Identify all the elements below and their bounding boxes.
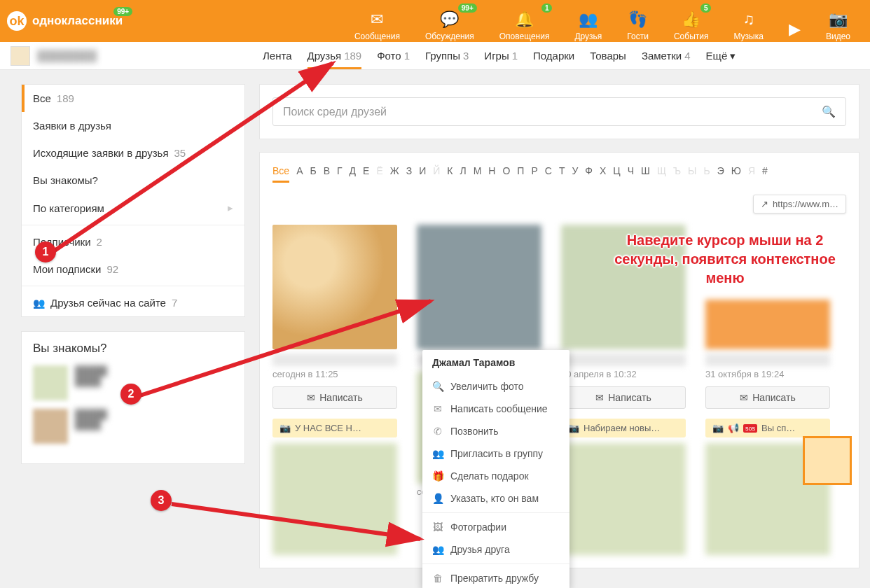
camera-icon: 📷: [568, 423, 579, 433]
alpha-letter[interactable]: Ф: [585, 165, 593, 183]
top-nav-Оповещения[interactable]: 🔔Оповещения1: [487, 1, 562, 41]
sidebar-item[interactable]: Мои подписки 92: [22, 255, 244, 283]
alpha-letter[interactable]: Ч: [628, 165, 634, 183]
sos-badge: sos: [743, 424, 757, 433]
friend-card[interactable]: сегодня в 11:25✉Написать📷У НАС ВСЕ Н…: [272, 225, 397, 555]
alpha-letter[interactable]: О: [502, 165, 510, 183]
top-nav-Видео[interactable]: 📷Видео: [813, 1, 863, 41]
alpha-letter: Я: [748, 165, 755, 183]
menu-item-icon: 🖼: [432, 522, 443, 533]
alpha-letter[interactable]: К: [447, 165, 453, 183]
alpha-letter[interactable]: Д: [350, 165, 356, 183]
menu-item-icon: 🎁: [432, 470, 443, 482]
context-menu-item[interactable]: 🔍Увеличить фото: [422, 375, 569, 398]
write-button[interactable]: ✉Написать: [561, 386, 686, 409]
friend-photo[interactable]: [272, 225, 397, 349]
alpha-letter[interactable]: В: [324, 165, 330, 183]
tab-Подарки[interactable]: Подарки: [533, 43, 574, 69]
context-menu-item[interactable]: 👥Пригласить в группу: [422, 442, 569, 465]
sidebar-item[interactable]: Вы знакомы?: [22, 167, 244, 194]
top-nav-Сообщения[interactable]: ✉Сообщения: [342, 1, 413, 41]
alpha-letter[interactable]: Л: [460, 165, 466, 183]
context-menu-item[interactable]: ✆Позвонить: [422, 420, 569, 442]
friend-photo-2[interactable]: [272, 443, 397, 555]
nav-label: События: [674, 31, 709, 41]
sub-header: ████████ ЛентаДрузья189Фото1Группы3Игры1…: [0, 42, 870, 70]
top-nav-Музыка[interactable]: ♫Музыка: [721, 1, 775, 41]
friend-date: сегодня в 11:25: [272, 369, 397, 379]
alpha-letter[interactable]: Ц: [613, 165, 620, 183]
write-button[interactable]: ✉Написать: [705, 386, 830, 409]
profile-mini[interactable]: ████████: [11, 46, 263, 66]
context-menu-item[interactable]: 🗑Прекратить дружбу: [422, 567, 569, 588]
alpha-letter[interactable]: Ю: [731, 165, 741, 183]
avatar: [11, 46, 30, 66]
tab-Ещё ▾[interactable]: Ещё ▾: [706, 43, 736, 69]
sidebar-item[interactable]: Все 189: [22, 85, 244, 112]
alpha-letter[interactable]: Ш: [641, 165, 650, 183]
menu-item-icon: 👤: [432, 493, 443, 504]
top-nav-События[interactable]: 👍События5: [661, 1, 721, 41]
context-menu-item[interactable]: 🎁Сделать подарок: [422, 465, 569, 487]
friend-status[interactable]: 📷У НАС ВСЕ Н…: [272, 419, 397, 438]
context-menu-item[interactable]: 👥Друзья друга: [422, 538, 569, 561]
tab-Заметки[interactable]: Заметки4: [642, 43, 691, 69]
alpha-letter[interactable]: Х: [600, 165, 606, 183]
top-nav-item[interactable]: ▶: [776, 1, 813, 41]
alpha-letter[interactable]: Н: [488, 165, 495, 183]
friend-status[interactable]: 📷📢sosВы сп…: [705, 419, 830, 438]
alphabet-filter: ВсеАБВГДЕЁЖЗИЙКЛМНОПРСТУФХЦЧШЩЪЫЬЭЮЯ#: [272, 165, 846, 183]
top-header: ok одноклассники 99+ ✉Сообщения💬Обсужден…: [0, 0, 870, 42]
alpha-letter[interactable]: У: [572, 165, 578, 183]
tab-Лента[interactable]: Лента: [263, 43, 292, 69]
top-nav-Обсуждения[interactable]: 💬Обсуждения99+: [413, 1, 487, 41]
friend-photo-2[interactable]: [561, 443, 686, 555]
alpha-letter[interactable]: А: [296, 165, 303, 183]
menu-item-icon: 🔍: [432, 381, 443, 392]
camera-icon: 📷: [712, 423, 724, 433]
friends-search-input[interactable]: Поиск среди друзей 🔍: [272, 97, 846, 126]
context-menu-item[interactable]: 👤Указать, кто он вам: [422, 487, 569, 510]
sidebar-item[interactable]: По категориям▸: [22, 194, 244, 222]
logo-badge: 99+: [113, 7, 132, 16]
nav-icon: 💬: [440, 10, 459, 29]
nav-icon: 👍: [682, 10, 700, 29]
context-menu-item[interactable]: 🖼Фотографии: [422, 516, 569, 538]
sidebar-online-friends[interactable]: 👥 Друзья сейчас на сайте 7: [22, 289, 244, 316]
alpha-letter[interactable]: П: [517, 165, 524, 183]
alpha-letter[interactable]: Р: [531, 165, 537, 183]
alpha-letter: Щ: [657, 165, 666, 183]
tab-Фото[interactable]: Фото1: [377, 43, 410, 69]
alpha-letter[interactable]: Все: [272, 165, 289, 183]
alpha-letter[interactable]: З: [406, 165, 412, 183]
friend-status[interactable]: 📷Набираем новы…: [561, 419, 686, 438]
alpha-letter[interactable]: Э: [717, 165, 724, 183]
context-menu-item[interactable]: ✉Написать сообщение: [422, 398, 569, 420]
nav-icon: ✉: [371, 10, 383, 29]
site-logo[interactable]: ok одноклассники 99+: [7, 11, 123, 31]
friend-date: 31 октября в 19:24: [705, 369, 830, 379]
url-preview-chip[interactable]: ↗ https://www.m…: [753, 195, 846, 214]
alpha-letter[interactable]: Е: [363, 165, 369, 183]
alpha-letter[interactable]: И: [419, 165, 426, 183]
suggestion-item[interactable]: █████████: [33, 409, 233, 444]
write-button[interactable]: ✉Написать: [272, 386, 397, 409]
alpha-letter[interactable]: Г: [337, 165, 343, 183]
tab-Друзья[interactable]: Друзья189: [308, 43, 362, 69]
alpha-letter[interactable]: Б: [310, 165, 316, 183]
tab-Группы[interactable]: Группы3: [425, 43, 469, 69]
section-tabs: ЛентаДрузья189Фото1Группы3Игры1ПодаркиТо…: [263, 43, 736, 69]
sidebar-item[interactable]: Исходящие заявки в друзья 35: [22, 139, 244, 167]
alpha-letter[interactable]: М: [474, 165, 482, 183]
alpha-letter[interactable]: Т: [559, 165, 565, 183]
sidebar-filters: Все 189Заявки в друзьяИсходящие заявки в…: [21, 84, 245, 317]
alpha-letter[interactable]: #: [762, 165, 768, 183]
alpha-letter[interactable]: Ж: [390, 165, 399, 183]
friend-photo[interactable]: [417, 225, 541, 349]
top-nav-Друзья[interactable]: 👥Друзья: [562, 1, 614, 41]
top-nav-Гости[interactable]: 👣Гости: [614, 1, 661, 41]
tab-Товары[interactable]: Товары: [590, 43, 626, 69]
tab-Игры[interactable]: Игры1: [484, 43, 518, 69]
alpha-letter[interactable]: С: [545, 165, 552, 183]
sidebar-item[interactable]: Заявки в друзья: [22, 112, 244, 139]
